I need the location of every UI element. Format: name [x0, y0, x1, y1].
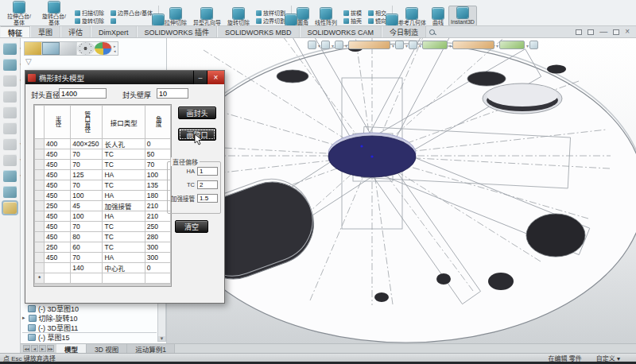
fm-tab-button[interactable]	[77, 42, 95, 55]
headsup-icon[interactable]	[422, 41, 448, 49]
nozzle-table-row[interactable]: 450 80 TC 280	[35, 232, 171, 242]
fm-toolbar-arrows[interactable]: ▸◂	[112, 42, 118, 55]
nozzle-table-row[interactable]: 450 70 TC 70	[35, 160, 171, 170]
restore-button[interactable]	[613, 29, 619, 35]
left-tool-icon[interactable]	[3, 154, 17, 166]
ribbon-command[interactable]: 圆角	[296, 7, 310, 26]
nozzle-table-row[interactable]: 450 70 TC 50	[35, 149, 171, 160]
ribbon-command[interactable]: 放样切割 边界切割	[254, 8, 287, 26]
headsup-icon[interactable]	[529, 41, 538, 49]
customize-menu[interactable]: 自定义 ▾	[596, 354, 620, 362]
ribbon-tab[interactable]: 今日制造	[382, 26, 426, 37]
feature-tree-item[interactable]: (-) 草图15	[22, 332, 157, 342]
headsup-icon[interactable]	[335, 41, 343, 49]
ribbon-command[interactable]: 参考几何体	[397, 7, 428, 26]
tree-filter-icon[interactable]: ▽	[25, 57, 32, 66]
headsup-icon[interactable]	[395, 41, 404, 49]
headsup-icon[interactable]	[499, 41, 525, 49]
nozzle-table-row[interactable]: 400 400×250 长人孔 0	[35, 139, 171, 149]
close-button[interactable]: ×	[625, 28, 630, 36]
col-radius: 半径	[54, 116, 60, 126]
nozzle-table-row[interactable]: 450 70 TC 135	[35, 180, 171, 191]
ribbon-command[interactable]	[392, 6, 393, 26]
ribbon-command[interactable]: 拉伸凸台/基体	[3, 1, 35, 26]
nozzle-table-row[interactable]: 450 70 TC 250	[35, 222, 171, 232]
ribbon-command[interactable]	[158, 6, 159, 26]
headsup-icon[interactable]	[452, 41, 494, 49]
offset-value-input[interactable]	[197, 167, 218, 176]
nozzle-table-row[interactable]: 450 100 HA 180	[35, 191, 171, 201]
ribbon-command[interactable]: 线性阵列	[313, 7, 339, 26]
offset-value-input[interactable]	[197, 180, 218, 189]
dialog-close-button[interactable]: ×	[207, 71, 224, 84]
scroll-down-icon[interactable]: ▼	[158, 336, 165, 341]
headsup-icon[interactable]	[409, 41, 417, 49]
left-tool-icon[interactable]	[3, 43, 17, 55]
nozzle-table-row[interactable]: 140 中心孔 0	[35, 263, 171, 273]
left-tool-icon[interactable]	[3, 91, 17, 103]
ribbon-tab[interactable]: SOLIDWORKS 插件	[137, 26, 218, 37]
offset-value-input[interactable]	[197, 194, 218, 203]
nozzle-table-row[interactable]: 450 125 HA 100	[35, 170, 171, 180]
left-tool-icon[interactable]	[3, 138, 17, 150]
ribbon-tab[interactable]: 草图	[30, 26, 60, 37]
ribbon-command[interactable]: 边界凸台/基体	[109, 8, 154, 26]
ribbon-command[interactable]: 拔模 抽壳	[342, 8, 363, 26]
head-thickness-input[interactable]	[157, 88, 188, 99]
ribbon-tab[interactable]: SOLIDWORKS CAM	[300, 26, 382, 37]
ribbon-command[interactable]: 曲线	[431, 7, 445, 26]
feature-tree-item[interactable]: (-) 3D草图10	[22, 304, 157, 313]
feature-tree-item[interactable]: (-) 3D草图11	[22, 323, 157, 332]
headsup-icon[interactable]	[321, 41, 330, 49]
draw-head-button[interactable]: 画封头	[178, 106, 216, 119]
nozzle-table-row[interactable]: 450 70 HA 300	[35, 253, 171, 263]
nozzle-table-row[interactable]: 250 45 加强接管 210	[35, 201, 171, 211]
ribbon-command[interactable]: 扫描切除 旋转切除	[73, 8, 106, 26]
left-tool-icon[interactable]	[3, 122, 17, 134]
clear-button[interactable]: 清空	[175, 220, 208, 233]
doc-new-window-icon[interactable]	[588, 29, 594, 35]
dialog-minimize-button[interactable]: –	[193, 71, 207, 84]
minimize-button[interactable]: —	[599, 28, 607, 36]
fm-tab-button[interactable]	[60, 42, 77, 55]
model-tab[interactable]: 运动算例1	[127, 344, 175, 353]
headsup-icon[interactable]	[308, 41, 316, 49]
ribbon-command[interactable]	[291, 6, 292, 26]
command-search-button[interactable]	[429, 26, 435, 37]
tab-scroll-buttons[interactable]: ◂◂◂▸▸▸	[21, 344, 56, 353]
center-nozzle[interactable]	[328, 133, 416, 177]
ribbon-tab[interactable]: 特征	[0, 26, 30, 37]
ribbon-command[interactable]: 旋转切除	[226, 7, 251, 26]
doc-restore-icon[interactable]	[576, 29, 582, 35]
ribbon-command[interactable]: Instant3D	[448, 6, 477, 26]
tree-scrollbar[interactable]: ▼	[157, 300, 166, 342]
nozzle-table: 半径 管口直径 接口类型 角度 400 400×250 长人孔 0	[34, 105, 171, 284]
left-tool-icon[interactable]	[3, 75, 17, 87]
left-tool-icon[interactable]	[3, 202, 17, 214]
fm-tab-button[interactable]	[95, 42, 112, 55]
left-tool-icon[interactable]	[3, 59, 17, 71]
feature-tree-item[interactable]: 切除-旋转10	[22, 313, 157, 323]
left-tool-icon[interactable]	[3, 106, 17, 118]
ribbon-command[interactable]: 相交 镜向	[366, 8, 388, 26]
nozzle-table-row[interactable]: 450 100 HA 210	[35, 211, 171, 222]
head-diameter-input[interactable]	[59, 88, 107, 99]
dialog-title-bar[interactable]: 椭形封头模型 – ×	[25, 71, 224, 84]
ribbon-command[interactable]: 异型孔向导	[192, 7, 223, 26]
nozzle-table-row[interactable]: *	[35, 273, 171, 284]
fm-tab-button[interactable]	[25, 42, 42, 55]
model-tab[interactable]: 模型	[56, 344, 87, 353]
ribbon-command[interactable]: 拉伸切除	[163, 7, 188, 26]
left-tool-icon[interactable]	[3, 186, 17, 198]
left-tool-icon[interactable]	[3, 170, 17, 182]
fm-tab-icon	[47, 45, 56, 52]
model-tab[interactable]: 3D 视图	[87, 344, 127, 353]
fm-tab-button[interactable]	[42, 42, 60, 55]
headsup-icon[interactable]	[348, 41, 390, 49]
ribbon-tab[interactable]: SOLIDWORKS MBD	[217, 26, 300, 37]
nozzle-table-row[interactable]: 250 60 TC 300	[35, 242, 171, 253]
left-command-toolbar	[0, 38, 21, 353]
ribbon-command[interactable]: 旋转凸台/基体	[38, 1, 70, 26]
ribbon-tab[interactable]: 评估	[60, 26, 91, 37]
ribbon-tab[interactable]: DimXpert	[91, 26, 137, 37]
